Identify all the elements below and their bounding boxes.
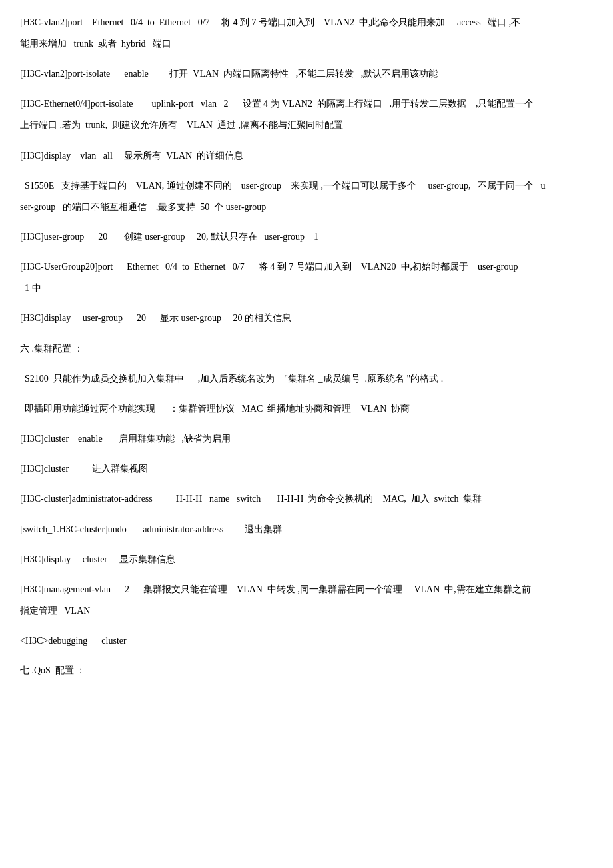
text-line-line20	[20, 330, 593, 338]
text-line-line18	[20, 300, 593, 308]
text-line-line35: [H3C]display cluster 显示集群信息	[20, 550, 593, 569]
text-line-line12: ser-group 的端口不能互相通信 ,最多支持 50 个 user-grou…	[20, 198, 593, 217]
text-line-line29: [H3C]cluster 进入群集视图	[20, 460, 593, 478]
text-line-line36	[20, 572, 593, 579]
text-line-line21: 六 .集群配置 ：	[20, 340, 593, 358]
text-line-line42: 七 .QoS 配置 ：	[20, 661, 593, 680]
text-line-line1: [H3C-vlan2]port Ethernet 0/4 to Ethernet…	[20, 13, 593, 32]
text-line-line2: 能用来增加 trunk 或者 hybrid 端口	[20, 35, 593, 53]
text-line-line24	[20, 391, 593, 398]
text-line-line9: [H3C]display vlan all 显示所有 VLAN 的详细信息	[20, 147, 593, 165]
text-line-line30	[20, 481, 593, 488]
text-line-line23: S2100 只能作为成员交换机加入集群中 ,加入后系统名改为 "集群名 _成员编…	[20, 370, 593, 388]
text-line-line28	[20, 451, 593, 458]
text-line-line37: [H3C]management-vlan 2 集群报文只能在管理 VLAN 中转…	[20, 580, 593, 599]
text-line-line4: [H3C-vlan2]port-isolate enable 打开 VLAN 内…	[20, 65, 593, 83]
text-line-line19: [H3C]display user-group 20 显示 user-group…	[20, 309, 593, 328]
text-line-line32	[20, 511, 593, 518]
text-line-line14: [H3C]user-group 20 创建 user-group 20, 默认只…	[20, 228, 593, 246]
text-line-line39	[20, 623, 593, 630]
text-line-line7: 上行端口 ,若为 trunk, 则建议允许所有 VLAN 通过 ,隔离不能与汇聚…	[20, 116, 593, 135]
text-line-line33: [switch_1.H3C-cluster]undo administrator…	[20, 520, 593, 539]
text-line-line3	[20, 56, 593, 63]
text-line-line17: 1 中	[20, 279, 593, 298]
text-line-line13	[20, 219, 593, 226]
text-line-line34	[20, 542, 593, 549]
text-line-line16: [H3C-UserGroup20]port Ethernet 0/4 to Et…	[20, 258, 593, 276]
text-line-line10	[20, 168, 593, 175]
text-line-line25: 即插即用功能通过两个功能实现 ：集群管理协议 MAC 组播地址协商和管理 VLA…	[20, 400, 593, 418]
text-line-line31: [H3C-cluster]administrator-address H-H-H…	[20, 490, 593, 508]
text-line-line6: [H3C-Ethernet0/4]port-isolate uplink-por…	[20, 95, 593, 113]
text-line-line5	[20, 86, 593, 93]
text-line-line8	[20, 137, 593, 145]
text-line-line15	[20, 249, 593, 256]
text-line-line26	[20, 421, 593, 428]
main-content: [H3C-vlan2]port Ethernet 0/4 to Ethernet…	[20, 13, 593, 680]
text-line-line40: <H3C>debugging cluster	[20, 632, 593, 650]
text-line-line41	[20, 653, 593, 660]
text-line-line38: 指定管理 VLAN	[20, 602, 593, 620]
text-line-line22	[20, 361, 593, 368]
text-line-line11: S1550E 支持基于端口的 VLAN, 通过创建不同的 user-group …	[20, 177, 593, 195]
text-line-line27: [H3C]cluster enable 启用群集功能 ,缺省为启用	[20, 430, 593, 448]
